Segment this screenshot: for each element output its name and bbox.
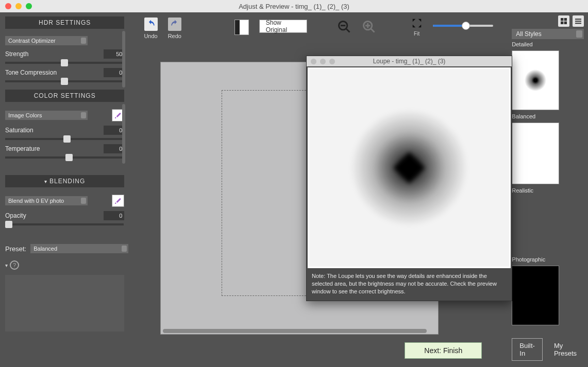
preset-select[interactable]: Balanced xyxy=(30,244,128,253)
my-presets-tab[interactable]: My Presets xyxy=(547,339,584,360)
right-panel: All Styles Detailed Balanced Realistic P… xyxy=(508,12,588,367)
temperature-slider[interactable] xyxy=(5,156,124,159)
loupe-titlebar[interactable]: Loupe - timg_ (1)_ (2)_ (3) xyxy=(307,56,512,66)
loupe-preview xyxy=(308,67,511,268)
show-original-button[interactable]: Show Original xyxy=(259,20,308,33)
help-content xyxy=(5,275,124,331)
left-panel: HDR SETTINGS Contrast Optimizer Strength… xyxy=(0,12,129,367)
strength-label: Strength xyxy=(5,50,28,58)
toolbar: Undo Redo Show Original Fit xyxy=(129,12,508,57)
photographic-thumb[interactable] xyxy=(512,266,559,325)
color-settings-header: COLOR SETTINGS xyxy=(5,90,124,102)
styles-select[interactable]: All Styles xyxy=(512,29,584,39)
window-titlebar: Adjust & Preview - timg_ (1)_ (2)_ (3) xyxy=(0,0,588,12)
detailed-label: Detailed xyxy=(512,41,584,47)
window-title: Adjust & Preview - timg_ (1)_ (2)_ (3) xyxy=(0,3,588,10)
balanced-label: Balanced xyxy=(512,113,584,119)
temperature-label: Temperature xyxy=(5,145,40,152)
zoom-in-icon[interactable] xyxy=(362,20,376,34)
svg-rect-5 xyxy=(564,22,567,24)
strength-value[interactable]: 50 xyxy=(104,49,124,59)
saturation-slider[interactable] xyxy=(5,138,124,140)
svg-rect-2 xyxy=(561,18,563,21)
tone-value[interactable]: 0 xyxy=(104,68,124,77)
saturation-label: Saturation xyxy=(5,127,33,134)
help-toggle[interactable]: ▾ ? xyxy=(5,260,124,270)
preset-label: Preset: xyxy=(5,245,26,253)
blending-header[interactable]: BLENDING xyxy=(5,175,124,187)
fit-button[interactable]: Fit xyxy=(411,18,423,37)
loupe-note: Note: The Loupe lets you see the way det… xyxy=(307,269,512,301)
canvas-scrollbar[interactable] xyxy=(163,329,427,333)
hdr-settings-header: HDR SETTINGS xyxy=(5,16,124,29)
tone-label: Tone Compression xyxy=(5,69,57,76)
balanced-thumb[interactable] xyxy=(512,50,559,110)
realistic-label: Realistic xyxy=(512,187,584,194)
undo-button[interactable]: Undo xyxy=(144,18,157,39)
svg-rect-3 xyxy=(564,18,567,21)
zoom-out-icon[interactable] xyxy=(337,20,351,34)
list-view-icon[interactable] xyxy=(573,15,584,27)
split-view-icon[interactable] xyxy=(234,20,248,35)
tone-slider[interactable] xyxy=(5,80,124,82)
blend-brush-button[interactable] xyxy=(112,195,124,207)
realistic-thumb[interactable] xyxy=(512,123,559,184)
strength-slider[interactable] xyxy=(5,62,124,64)
temperature-value[interactable]: 0 xyxy=(104,144,124,153)
redo-button[interactable]: Redo xyxy=(168,18,181,39)
chevron-down-icon: ▾ xyxy=(5,263,8,268)
help-icon: ? xyxy=(10,260,19,270)
opacity-slider[interactable] xyxy=(5,223,124,225)
svg-rect-4 xyxy=(561,22,563,24)
compare-grid-icon[interactable] xyxy=(558,15,569,27)
color-scroll[interactable] xyxy=(122,104,125,164)
hdr-scroll[interactable] xyxy=(122,31,125,88)
blend-with-select[interactable]: Blend with 0 EV photo xyxy=(5,196,88,205)
opacity-label: Opacity xyxy=(5,212,26,219)
builtin-tab[interactable]: Built-In xyxy=(512,338,543,361)
next-finish-button[interactable]: Next: Finish xyxy=(405,342,482,359)
loupe-title: Loupe - timg_ (1)_ (2)_ (3) xyxy=(307,58,512,65)
photographic-label: Photographic xyxy=(512,256,584,263)
saturation-value[interactable]: 0 xyxy=(104,126,124,135)
loupe-window[interactable]: Loupe - timg_ (1)_ (2)_ (3) Note: The Lo… xyxy=(306,56,512,301)
hdr-method-select[interactable]: Contrast Optimizer xyxy=(5,36,88,45)
color-mode-select[interactable]: Image Colors xyxy=(5,111,88,120)
zoom-slider[interactable] xyxy=(433,25,494,27)
opacity-value[interactable]: 0 xyxy=(104,211,124,220)
